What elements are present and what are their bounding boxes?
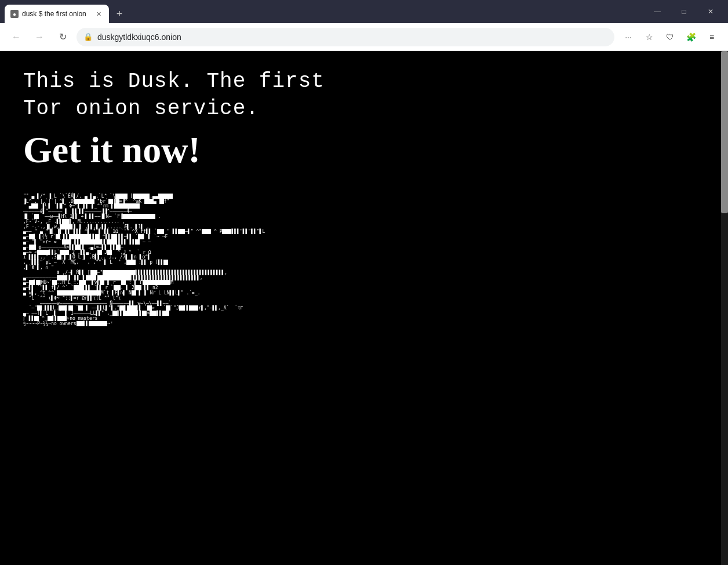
security-lock-icon: 🔒 <box>83 32 93 41</box>
active-tab[interactable]: ● dusk $ the first onion ✕ <box>5 5 109 23</box>
refresh-button[interactable]: ↻ <box>53 28 72 46</box>
forward-icon: → <box>35 32 44 42</box>
tab-bar: ● dusk $ the first onion ✕ + — □ ✕ <box>0 0 728 23</box>
more-button[interactable]: ··· <box>619 28 638 46</box>
extensions-icon: 🧩 <box>686 32 696 42</box>
bookmark-icon: ☆ <box>646 32 653 42</box>
tab-close-button[interactable]: ✕ <box>94 9 103 19</box>
close-button[interactable]: ✕ <box>698 3 723 20</box>
url-text: duskgytldkxiuqc6.onion <box>97 32 607 42</box>
bookmark-button[interactable]: ☆ <box>640 28 658 46</box>
tab-title: dusk $ the first onion <box>22 10 90 18</box>
menu-icon: ≡ <box>709 32 714 42</box>
back-icon: ← <box>12 32 21 42</box>
shield-icon: 🛡 <box>666 32 674 42</box>
ascii-art: "" ▄ ▌/^ ▐ L `\`ÉÂ▌/. ▄ ▌▄.`L^ `\ [ .▄▄ … <box>23 189 705 337</box>
back-button[interactable]: ← <box>7 28 26 46</box>
heading-line1: This is Dusk. The first <box>23 70 325 93</box>
minimize-button[interactable]: — <box>645 3 670 20</box>
extensions-button[interactable]: 🧩 <box>682 28 700 46</box>
page-content: This is Dusk. The first Tor onion servic… <box>0 51 728 565</box>
main-heading: This is Dusk. The first Tor onion servic… <box>23 68 705 123</box>
scrollbar-thumb[interactable] <box>721 51 728 213</box>
nav-actions: ··· ☆ 🛡 🧩 ≡ <box>619 28 721 46</box>
tagline[interactable]: Get it now! <box>23 129 705 172</box>
heading-line2: Tor onion service. <box>23 97 259 121</box>
address-bar[interactable]: 🔒 duskgytldkxiuqc6.onion <box>77 28 614 46</box>
tab-favicon: ● <box>10 10 19 18</box>
window-controls: — □ ✕ <box>645 3 723 23</box>
browser-window: ● dusk $ the first onion ✕ + — □ ✕ ← → ↻… <box>0 0 728 565</box>
scrollbar-track[interactable] <box>721 51 728 565</box>
refresh-icon: ↻ <box>59 31 67 42</box>
more-icon: ··· <box>625 32 632 42</box>
new-tab-button[interactable]: + <box>111 6 128 22</box>
menu-button[interactable]: ≡ <box>702 28 721 46</box>
navigation-bar: ← → ↻ 🔒 duskgytldkxiuqc6.onion ··· ☆ 🛡 🧩 <box>0 23 728 51</box>
shield-button[interactable]: 🛡 <box>661 28 679 46</box>
forward-button[interactable]: → <box>30 28 49 46</box>
maximize-button[interactable]: □ <box>671 3 697 20</box>
page-inner: This is Dusk. The first Tor onion servic… <box>0 51 728 565</box>
